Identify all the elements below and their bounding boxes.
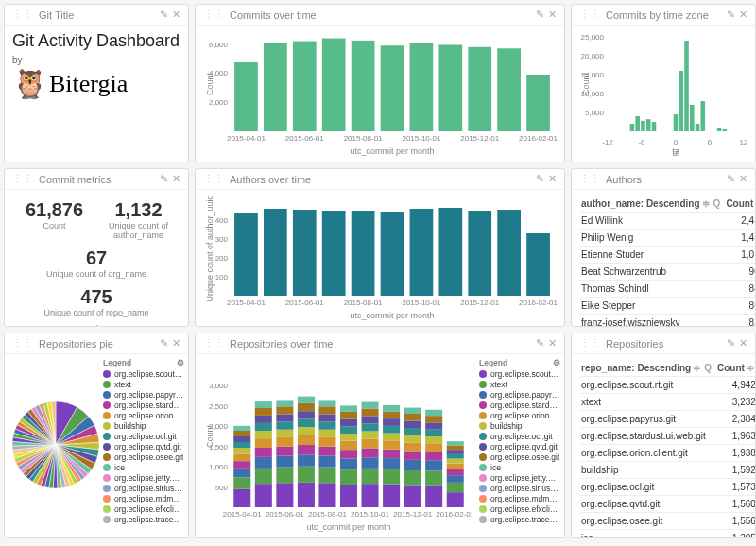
search-icon[interactable]: Q bbox=[713, 198, 721, 209]
legend-item[interactable]: buildship bbox=[103, 421, 184, 431]
sort-icon[interactable]: ≑ bbox=[747, 363, 754, 373]
legend-item[interactable]: org.eclipse.stardust... bbox=[103, 401, 184, 410]
legend-item[interactable]: org.eclipse.qvtd.git bbox=[103, 442, 184, 452]
drag-icon[interactable]: ⋮⋮ bbox=[203, 337, 224, 350]
legend-item[interactable]: org.eclipse.mdmwe... bbox=[103, 494, 184, 503]
drag-icon[interactable]: ⋮⋮ bbox=[203, 9, 224, 21]
legend-item[interactable]: org.eclipse.efxclipse... bbox=[479, 504, 560, 514]
legend-item[interactable]: org.eclipse.traceco... bbox=[103, 515, 184, 524]
legend-item[interactable]: org.eclipse.efxclipse... bbox=[103, 504, 184, 514]
legend-item[interactable]: org.eclipse.orion.cli... bbox=[103, 411, 184, 420]
legend-item[interactable]: org.eclipse.scout.rt... bbox=[103, 369, 184, 379]
close-icon[interactable]: ✕ bbox=[172, 337, 180, 349]
repos-time-chart[interactable]: 5001,0001,5002,0002,5003,0002015-04-0120… bbox=[203, 360, 472, 534]
svg-rect-177 bbox=[404, 414, 421, 421]
drag-icon[interactable]: ⋮⋮ bbox=[579, 9, 600, 21]
col-count[interactable]: Count≑ bbox=[715, 360, 755, 377]
table-row[interactable]: org.eclipse.qvtd.git1,560 bbox=[579, 496, 755, 513]
table-row[interactable]: org.eclipse.osee.git1,556 bbox=[579, 513, 755, 530]
legend-item[interactable]: org.eclipse.ocl.git bbox=[103, 432, 184, 441]
edit-icon[interactable]: ✎ bbox=[727, 337, 735, 349]
legend-item[interactable]: org.eclipse.stardust... bbox=[479, 401, 560, 410]
edit-icon[interactable]: ✎ bbox=[160, 337, 168, 349]
legend-item[interactable]: org.eclipse.osee.git bbox=[103, 452, 184, 462]
authors-table: author_name: Descending≑QCount≑ Ed Willi… bbox=[579, 196, 755, 326]
col-author-name[interactable]: author_name: Descending≑Q bbox=[579, 196, 724, 213]
legend-item[interactable]: org.eclipse.mdmwe... bbox=[479, 494, 560, 503]
table-row[interactable]: franz-josef.wiszniewsky820 bbox=[579, 315, 755, 327]
drag-icon[interactable]: ⋮⋮ bbox=[12, 9, 33, 21]
close-icon[interactable]: ✕ bbox=[172, 173, 180, 184]
authors-time-chart[interactable]: 1002003004002015-04-012015-06-012015-08-… bbox=[203, 196, 558, 322]
legend-item[interactable]: org.eclipse.papyrus... bbox=[479, 390, 560, 400]
legend-item[interactable]: org.eclipse.traceco... bbox=[479, 515, 560, 524]
commits-time-chart[interactable]: 2,0004,0006,0002015-04-012015-06-012015-… bbox=[203, 31, 558, 158]
sort-icon[interactable]: ≑ bbox=[693, 363, 700, 373]
drag-icon[interactable]: ⋮⋮ bbox=[203, 173, 224, 185]
svg-text:Count: Count bbox=[205, 73, 215, 96]
table-row[interactable]: Beat Schwarzentrub908 bbox=[579, 264, 755, 281]
table-row[interactable]: Eike Stepper866 bbox=[579, 298, 755, 315]
drag-icon[interactable]: ⋮⋮ bbox=[12, 337, 33, 350]
drag-icon[interactable]: ⋮⋮ bbox=[579, 173, 600, 185]
legend-item[interactable]: buildship bbox=[479, 421, 560, 431]
close-icon[interactable]: ✕ bbox=[739, 337, 747, 349]
legend-item[interactable]: org.eclipse.papyrus... bbox=[103, 390, 184, 400]
table-row[interactable]: buildship1,592 bbox=[579, 462, 755, 479]
table-row[interactable]: org.eclipse.orion.client.git1,938 bbox=[579, 445, 755, 462]
panel-commits-by-tz: ⋮⋮Commits by time zone✎✕ 5,00010,00015,0… bbox=[571, 4, 756, 162]
legend-item[interactable]: org.eclipse.qvtd.git bbox=[479, 442, 560, 452]
table-row[interactable]: ice1,305 bbox=[579, 530, 755, 538]
legend-gear-icon[interactable]: ⚙ bbox=[553, 358, 560, 367]
svg-rect-115 bbox=[276, 422, 293, 430]
drag-icon[interactable]: ⋮⋮ bbox=[579, 337, 600, 350]
commits-tz-chart[interactable]: 5,00010,00015,00020,00025,000tzCount-12-… bbox=[579, 31, 749, 158]
legend-item[interactable]: xtext bbox=[103, 380, 184, 389]
legend-item[interactable]: org.eclipse.osee.git bbox=[479, 452, 560, 462]
edit-icon[interactable]: ✎ bbox=[160, 9, 168, 20]
legend-item[interactable]: org.eclipse.jetty.pro... bbox=[103, 473, 184, 483]
table-row[interactable]: Ed Willink2,436 bbox=[579, 213, 755, 230]
close-icon[interactable]: ✕ bbox=[172, 9, 180, 20]
legend-item[interactable]: org.eclipse.sirius.git bbox=[479, 484, 560, 493]
brand-logo: 🦉Bitergia bbox=[12, 67, 180, 100]
legend-item[interactable]: ice bbox=[103, 463, 184, 472]
sort-icon[interactable]: ≑ bbox=[702, 198, 710, 209]
col-repo-name[interactable]: repo_name: Descending≑Q bbox=[579, 360, 715, 377]
edit-icon[interactable]: ✎ bbox=[536, 337, 544, 349]
legend-item[interactable]: org.eclipse.orion.cli... bbox=[479, 411, 560, 420]
drag-icon[interactable]: ⋮⋮ bbox=[12, 173, 33, 185]
close-icon[interactable]: ✕ bbox=[548, 337, 557, 349]
close-icon[interactable]: ✕ bbox=[739, 9, 747, 20]
edit-icon[interactable]: ✎ bbox=[536, 9, 544, 20]
search-icon[interactable]: Q bbox=[704, 363, 712, 373]
table-row[interactable]: org.eclipse.scout.rt.git4,942 bbox=[579, 377, 755, 394]
close-icon[interactable]: ✕ bbox=[739, 173, 747, 184]
repos-pie-chart[interactable] bbox=[9, 360, 103, 530]
table-row[interactable]: org.eclipse.ocl.git1,573 bbox=[579, 479, 755, 496]
col-count[interactable]: Count≑ bbox=[724, 196, 755, 213]
edit-icon[interactable]: ✎ bbox=[727, 173, 735, 184]
table-row[interactable]: xtext3,232 bbox=[579, 394, 755, 411]
edit-icon[interactable]: ✎ bbox=[160, 173, 168, 184]
legend-item[interactable]: org.eclipse.ocl.git bbox=[479, 432, 560, 441]
table-row[interactable]: org.eclipse.papyrus.git2,384 bbox=[579, 411, 755, 428]
edit-icon[interactable]: ✎ bbox=[727, 9, 735, 20]
legend-item[interactable]: org.eclipse.jetty.pro... bbox=[479, 473, 560, 483]
close-icon[interactable]: ✕ bbox=[548, 9, 557, 20]
edit-icon[interactable]: ✎ bbox=[536, 173, 544, 184]
svg-rect-179 bbox=[425, 486, 442, 507]
repos-legend: Legend⚙ org.eclipse.scout.rt...xtextorg.… bbox=[479, 358, 560, 525]
legend-gear-icon[interactable]: ⚙ bbox=[177, 358, 184, 367]
caret-up-icon[interactable]: ⌃ bbox=[12, 321, 180, 326]
table-row[interactable]: Thomas Schindl885 bbox=[579, 281, 755, 298]
close-icon[interactable]: ✕ bbox=[548, 173, 557, 184]
svg-rect-97 bbox=[233, 431, 250, 436]
table-row[interactable]: Etienne Studer1,019 bbox=[579, 247, 755, 264]
table-row[interactable]: Philip Wenig1,451 bbox=[579, 230, 755, 247]
table-row[interactable]: org.eclipse.stardust.ui.web.git1,963 bbox=[579, 428, 755, 445]
legend-item[interactable]: org.eclipse.scout.rt... bbox=[479, 369, 560, 379]
legend-item[interactable]: org.eclipse.sirius.git bbox=[103, 484, 184, 493]
legend-item[interactable]: ice bbox=[479, 463, 560, 472]
legend-item[interactable]: xtext bbox=[479, 380, 560, 389]
